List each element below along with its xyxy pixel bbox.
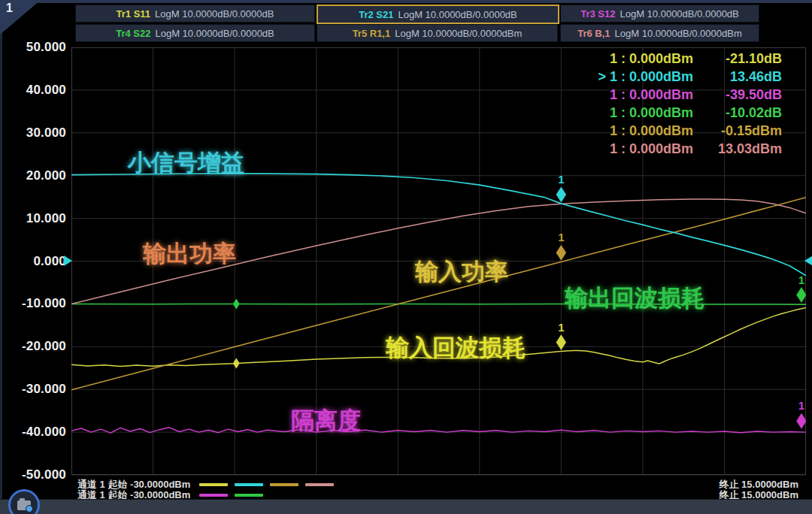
trace-legend-row1 xyxy=(199,483,334,486)
trace-annotation: 输入回波损耗 xyxy=(386,332,526,364)
trace-format: LogM 10.0000dB/0.0000dB xyxy=(155,8,274,20)
y-axis-tick: 0.000 xyxy=(0,254,66,269)
trace-button-tr3[interactable]: Tr3 S12 LogM 10.0000dB/0.0000dB xyxy=(560,5,759,23)
marker-readout-row: 1 : 0.000dBm-10.02dB xyxy=(580,104,782,122)
trace-label: Tr2 S21 xyxy=(359,9,393,20)
marker-number-label: 1 xyxy=(558,231,564,243)
y-axis-tick: 50.000 xyxy=(0,40,66,55)
trace-button-tr4[interactable]: Tr4 S22 LogM 10.0000dB/0.0000dB xyxy=(75,24,315,42)
bottom-taskbar xyxy=(0,499,812,514)
y-axis-tick: 10.000 xyxy=(0,211,66,226)
trace-label: Tr4 S22 xyxy=(116,28,150,39)
trace-annotation: 输出功率 xyxy=(143,238,236,270)
trace-annotation: 小信号增益 xyxy=(128,147,244,179)
trace-label: Tr1 S11 xyxy=(117,8,151,20)
trace-format: LogM 10.0000dB/0.0000dB xyxy=(398,9,517,20)
marker-readout-row: 1 : 0.000dBm13.03dBm xyxy=(580,140,782,158)
marker-diamond[interactable] xyxy=(556,334,566,351)
small-marker[interactable] xyxy=(233,358,240,368)
trace-format: LogM 10.0000dB/0.0000dBm xyxy=(615,28,742,39)
marker-diamond[interactable] xyxy=(556,244,566,261)
y-axis-tick: 20.000 xyxy=(0,168,66,183)
vna-screen: 1 Tr1 S11 LogM 10.0000dB/0.0000dB Tr2 S2… xyxy=(0,0,812,514)
y-axis-labels: 50.00040.00030.00020.00010.0000.000-10.0… xyxy=(0,0,66,496)
trace-format: LogM 10.0000dB/0.0000dBm xyxy=(395,28,522,39)
trace-button-tr6[interactable]: Tr6 B,1 LogM 10.0000dB/0.0000dBm xyxy=(560,24,759,42)
trace-button-tr2-active[interactable]: Tr2 S21 LogM 10.0000dB/0.0000dB xyxy=(317,5,559,24)
legend-dash xyxy=(199,494,228,497)
small-marker[interactable] xyxy=(233,298,240,309)
reference-level-indicator-left[interactable] xyxy=(64,255,72,266)
marker-readout-panel: 1 : 0.000dBm-21.10dB > 1 : 0.000dBm13.46… xyxy=(580,50,782,158)
y-axis-tick: -30.000 xyxy=(0,382,66,397)
trace-format: LogM 10.0000dB/0.0000dB xyxy=(155,28,274,39)
y-axis-tick: -20.000 xyxy=(0,339,66,354)
legend-dash xyxy=(270,483,298,486)
marker-number-label: 1 xyxy=(558,173,564,186)
marker-diamond[interactable] xyxy=(556,186,566,203)
marker-number-label: 1 xyxy=(798,399,804,412)
marker-readout-row: > 1 : 0.000dBm13.46dB xyxy=(580,68,782,86)
marker-number-label: 1 xyxy=(798,274,804,286)
trace-button-tr5[interactable]: Tr5 R1,1 LogM 10.0000dB/0.0000dBm xyxy=(317,24,558,42)
trace-label: Tr5 R1,1 xyxy=(353,28,391,39)
y-axis-tick: -40.000 xyxy=(0,425,66,440)
trace-button-tr1[interactable]: Tr1 S11 LogM 10.0000dB/0.0000dB xyxy=(75,5,315,23)
marker-readout-row: 1 : 0.000dBm-39.50dB xyxy=(580,86,782,104)
legend-dash xyxy=(199,483,228,486)
legend-dash xyxy=(235,494,263,497)
camera-icon xyxy=(17,500,31,510)
marker-diamond[interactable] xyxy=(796,413,806,429)
trace-legend-row2 xyxy=(199,494,263,497)
trace-label: Tr3 S12 xyxy=(580,8,615,20)
plot-area[interactable]: 11111 1 : 0.000dBm-21.10dB > 1 : 0.000dB… xyxy=(71,47,806,477)
legend-dash xyxy=(235,483,263,486)
marker-diamond[interactable] xyxy=(796,287,806,304)
legend-dash xyxy=(305,483,334,486)
trace-annotation: 隔离度 xyxy=(291,405,361,437)
marker-readout-row: 1 : 0.000dBm-0.15dBm xyxy=(580,122,782,140)
trace-label: Tr6 B,1 xyxy=(577,28,610,39)
y-axis-tick: 30.000 xyxy=(0,125,66,141)
sweep-status-bar: 通道 1 起始 -30.0000dBm 通道 1 起始 -30.0000dBm … xyxy=(0,479,812,500)
y-axis-tick: -10.000 xyxy=(0,296,66,311)
trace-annotation: 输出回波损耗 xyxy=(565,283,704,314)
marker-readout-row: 1 : 0.000dBm-21.10dB xyxy=(580,50,782,68)
window-top-edge xyxy=(0,0,812,3)
trace-format: LogM 10.0000dB/0.0000dB xyxy=(620,8,738,20)
reference-level-indicator-right[interactable] xyxy=(804,255,812,266)
y-axis-tick: 40.000 xyxy=(0,83,66,98)
marker-number-label: 1 xyxy=(558,321,564,334)
trace-button-bar: Tr1 S11 LogM 10.0000dB/0.0000dB Tr2 S21 … xyxy=(75,5,759,42)
trace-annotation: 输入功率 xyxy=(415,256,508,288)
